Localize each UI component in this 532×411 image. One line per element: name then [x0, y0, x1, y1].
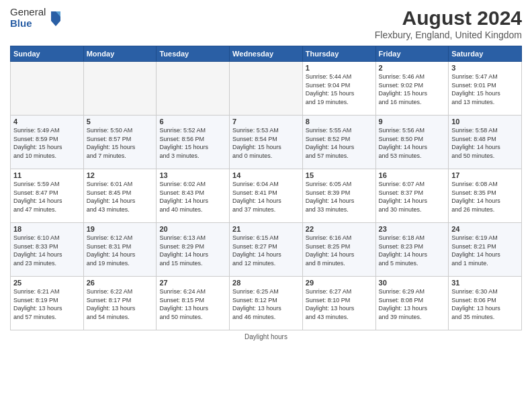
day-info: Sunrise: 6:18 AM Sunset: 8:23 PM Dayligh… [379, 234, 446, 267]
day-cell-0-4: 1Sunrise: 5:44 AM Sunset: 9:04 PM Daylig… [302, 62, 375, 116]
day-cell-2-0: 11Sunrise: 5:59 AM Sunset: 8:47 PM Dayli… [11, 169, 84, 223]
day-number: 22 [306, 225, 373, 233]
location-subtitle: Flexbury, England, United Kingdom [375, 30, 522, 40]
day-info: Sunrise: 6:16 AM Sunset: 8:25 PM Dayligh… [306, 234, 373, 267]
day-number: 1 [306, 64, 373, 72]
week-row-4: 18Sunrise: 6:10 AM Sunset: 8:33 PM Dayli… [11, 223, 522, 277]
page-container: General Blue August 2024 Flexbury, Engla… [0, 0, 532, 344]
day-cell-4-1: 26Sunrise: 6:22 AM Sunset: 8:17 PM Dayli… [83, 277, 157, 330]
day-cell-3-4: 22Sunrise: 6:16 AM Sunset: 8:25 PM Dayli… [302, 223, 375, 277]
day-number: 18 [13, 225, 81, 233]
day-cell-0-0 [11, 62, 84, 116]
month-year-title: August 2024 [375, 7, 522, 30]
day-info: Sunrise: 5:59 AM Sunset: 8:47 PM Dayligh… [13, 180, 81, 214]
day-info: Sunrise: 6:08 AM Sunset: 8:35 PM Dayligh… [451, 180, 519, 214]
day-number: 4 [13, 118, 81, 126]
day-info: Sunrise: 6:30 AM Sunset: 8:06 PM Dayligh… [451, 287, 519, 321]
calendar-table: Sunday Monday Tuesday Wednesday Thursday… [10, 46, 522, 330]
day-number: 8 [306, 118, 373, 126]
day-cell-2-1: 12Sunrise: 6:01 AM Sunset: 8:45 PM Dayli… [83, 169, 157, 223]
day-info: Sunrise: 6:07 AM Sunset: 8:37 PM Dayligh… [379, 180, 446, 214]
day-info: Sunrise: 6:01 AM Sunset: 8:45 PM Dayligh… [87, 180, 154, 214]
day-cell-4-0: 25Sunrise: 6:21 AM Sunset: 8:19 PM Dayli… [11, 277, 84, 330]
day-number: 21 [232, 225, 300, 233]
day-cell-1-1: 5Sunrise: 5:50 AM Sunset: 8:57 PM Daylig… [83, 116, 157, 169]
day-info: Sunrise: 5:50 AM Sunset: 8:57 PM Dayligh… [87, 126, 154, 160]
day-info: Sunrise: 5:44 AM Sunset: 9:04 PM Dayligh… [306, 73, 373, 106]
day-cell-3-2: 20Sunrise: 6:13 AM Sunset: 8:29 PM Dayli… [157, 223, 230, 277]
day-number: 11 [13, 171, 81, 179]
day-number: 17 [451, 171, 519, 179]
day-cell-3-1: 19Sunrise: 6:12 AM Sunset: 8:31 PM Dayli… [83, 223, 157, 277]
day-info: Sunrise: 6:10 AM Sunset: 8:33 PM Dayligh… [13, 234, 81, 267]
header-row: Sunday Monday Tuesday Wednesday Thursday… [11, 46, 522, 62]
logo-icon [48, 9, 63, 28]
col-sunday: Sunday [11, 46, 84, 62]
day-cell-1-3: 7Sunrise: 5:53 AM Sunset: 8:54 PM Daylig… [230, 116, 303, 169]
day-number: 27 [159, 279, 226, 287]
day-cell-3-3: 21Sunrise: 6:15 AM Sunset: 8:27 PM Dayli… [230, 223, 303, 277]
day-number: 29 [306, 279, 373, 287]
day-cell-0-1 [83, 62, 157, 116]
day-number: 3 [451, 64, 519, 72]
day-info: Sunrise: 6:21 AM Sunset: 8:19 PM Dayligh… [13, 287, 81, 321]
day-info: Sunrise: 6:29 AM Sunset: 8:08 PM Dayligh… [379, 287, 446, 321]
day-info: Sunrise: 5:47 AM Sunset: 9:01 PM Dayligh… [451, 73, 519, 106]
day-info: Sunrise: 5:53 AM Sunset: 8:54 PM Dayligh… [232, 126, 300, 160]
col-saturday: Saturday [449, 46, 522, 62]
day-cell-1-5: 9Sunrise: 5:56 AM Sunset: 8:50 PM Daylig… [375, 116, 449, 169]
col-monday: Monday [83, 46, 157, 62]
day-number: 14 [232, 171, 300, 179]
day-number: 16 [379, 171, 446, 179]
day-cell-3-6: 24Sunrise: 6:19 AM Sunset: 8:21 PM Dayli… [449, 223, 522, 277]
day-info: Sunrise: 6:19 AM Sunset: 8:21 PM Dayligh… [451, 234, 519, 267]
day-info: Sunrise: 6:05 AM Sunset: 8:39 PM Dayligh… [306, 180, 373, 214]
day-info: Sunrise: 6:22 AM Sunset: 8:17 PM Dayligh… [87, 287, 154, 321]
day-number: 20 [159, 225, 226, 233]
title-area: August 2024 Flexbury, England, United Ki… [375, 7, 522, 40]
day-number: 5 [87, 118, 154, 126]
day-number: 2 [379, 64, 446, 72]
day-number: 23 [379, 225, 446, 233]
day-number: 13 [159, 171, 226, 179]
day-info: Sunrise: 5:55 AM Sunset: 8:52 PM Dayligh… [306, 126, 373, 160]
day-info: Sunrise: 6:13 AM Sunset: 8:29 PM Dayligh… [159, 234, 226, 267]
day-number: 15 [306, 171, 373, 179]
logo-text: General Blue [10, 7, 46, 29]
day-cell-0-3 [230, 62, 303, 116]
day-cell-1-6: 10Sunrise: 5:58 AM Sunset: 8:48 PM Dayli… [449, 116, 522, 169]
day-info: Sunrise: 6:24 AM Sunset: 8:15 PM Dayligh… [159, 287, 226, 321]
logo: General Blue [10, 7, 63, 29]
day-number: 19 [87, 225, 154, 233]
day-cell-2-3: 14Sunrise: 6:04 AM Sunset: 8:41 PM Dayli… [230, 169, 303, 223]
logo-blue: Blue [10, 18, 46, 30]
day-cell-2-2: 13Sunrise: 6:02 AM Sunset: 8:43 PM Dayli… [157, 169, 230, 223]
day-cell-0-5: 2Sunrise: 5:46 AM Sunset: 9:02 PM Daylig… [375, 62, 449, 116]
col-tuesday: Tuesday [157, 46, 230, 62]
day-cell-4-6: 31Sunrise: 6:30 AM Sunset: 8:06 PM Dayli… [449, 277, 522, 330]
day-cell-1-0: 4Sunrise: 5:49 AM Sunset: 8:59 PM Daylig… [11, 116, 84, 169]
day-cell-4-3: 28Sunrise: 6:25 AM Sunset: 8:12 PM Dayli… [230, 277, 303, 330]
day-cell-3-0: 18Sunrise: 6:10 AM Sunset: 8:33 PM Dayli… [11, 223, 84, 277]
day-cell-2-5: 16Sunrise: 6:07 AM Sunset: 8:37 PM Dayli… [375, 169, 449, 223]
day-info: Sunrise: 5:56 AM Sunset: 8:50 PM Dayligh… [379, 126, 446, 160]
day-number: 31 [451, 279, 519, 287]
col-wednesday: Wednesday [230, 46, 303, 62]
week-row-5: 25Sunrise: 6:21 AM Sunset: 8:19 PM Dayli… [11, 277, 522, 330]
logo-general: General [10, 7, 46, 18]
week-row-3: 11Sunrise: 5:59 AM Sunset: 8:47 PM Dayli… [11, 169, 522, 223]
day-cell-4-2: 27Sunrise: 6:24 AM Sunset: 8:15 PM Dayli… [157, 277, 230, 330]
footer-note: Daylight hours [10, 333, 522, 340]
day-cell-1-2: 6Sunrise: 5:52 AM Sunset: 8:56 PM Daylig… [157, 116, 230, 169]
day-number: 25 [13, 279, 81, 287]
day-info: Sunrise: 6:02 AM Sunset: 8:43 PM Dayligh… [159, 180, 226, 214]
week-row-1: 1Sunrise: 5:44 AM Sunset: 9:04 PM Daylig… [11, 62, 522, 116]
week-row-2: 4Sunrise: 5:49 AM Sunset: 8:59 PM Daylig… [11, 116, 522, 169]
day-number: 28 [232, 279, 300, 287]
header: General Blue August 2024 Flexbury, Engla… [10, 7, 522, 40]
day-number: 30 [379, 279, 446, 287]
day-number: 9 [379, 118, 446, 126]
day-info: Sunrise: 6:25 AM Sunset: 8:12 PM Dayligh… [232, 287, 300, 321]
day-info: Sunrise: 6:27 AM Sunset: 8:10 PM Dayligh… [306, 287, 373, 321]
day-number: 24 [451, 225, 519, 233]
